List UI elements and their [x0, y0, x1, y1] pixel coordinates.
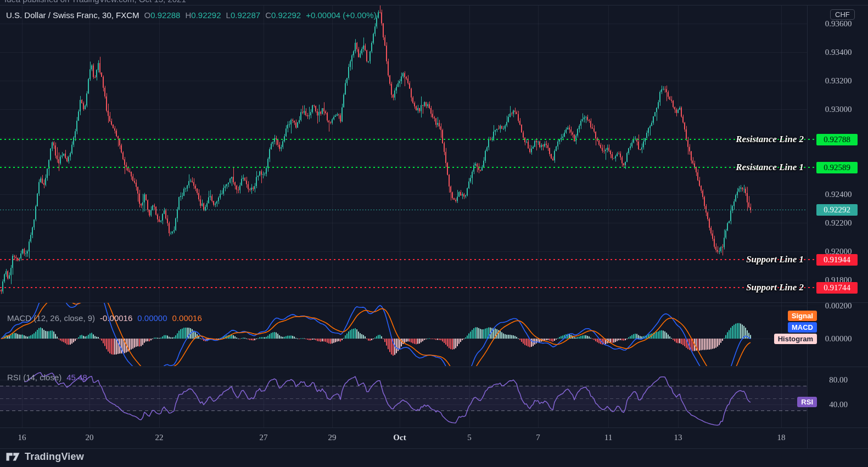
pane-divider-timeaxis	[0, 427, 868, 428]
support-line-1-price-badge: 0.91944	[816, 254, 858, 266]
publish-watermark: Idea published on TradingView.com, Oct 1…	[4, 0, 186, 4]
time-tick-13: 13	[663, 432, 693, 442]
macd-value-0: -0.00016	[100, 313, 132, 323]
support-line-2-price-badge: 0.91744	[816, 282, 858, 294]
last-price-badge: 0.92292	[816, 204, 858, 216]
macd-tick-0.00000: 0.00000	[822, 334, 855, 344]
tradingview-chart-window: Idea published on TradingView.com, Oct 1…	[0, 0, 868, 467]
resistance-line-2-price-badge: 0.92788	[816, 134, 858, 145]
ohlc-values: O0.92288H0.92292L0.92287C0.92292	[144, 10, 301, 20]
last-price-line[interactable]	[0, 210, 807, 210]
price-tick-0.93600: 0.93600	[822, 19, 855, 29]
time-tick-16: 16	[7, 432, 37, 442]
time-tick-11: 11	[593, 432, 624, 442]
time-tick-29: 29	[317, 432, 348, 442]
symbol-title[interactable]: U.S. Dollar / Swiss Franc, 30, FXCM	[6, 10, 139, 20]
macd-title: MACD (12, 26, close, 9)	[7, 313, 95, 323]
chart-top-border	[0, 5, 868, 5]
support-line-1-line[interactable]	[0, 259, 816, 260]
macd-tick-0.00200: 0.00200	[822, 303, 855, 311]
price-tick-0.93000: 0.93000	[822, 104, 855, 114]
price-tick-0.92200: 0.92200	[822, 218, 855, 228]
ohlc-field-l: L0.92287	[226, 10, 261, 20]
tradingview-attribution[interactable]: TradingView	[5, 450, 84, 463]
time-tick-22: 22	[144, 432, 175, 442]
currency-badge[interactable]: CHF	[830, 9, 855, 20]
price-tick-0.93400: 0.93400	[822, 47, 855, 57]
bottom-bar-border	[0, 448, 868, 449]
resistance-line-1-line[interactable]	[0, 167, 816, 168]
time-tick-5: 5	[454, 432, 485, 442]
macd-value-1: 0.00000	[137, 313, 167, 323]
resistance-line-2-label[interactable]: Resistance Line 2	[736, 133, 804, 145]
macd-value-2: 0.00016	[172, 313, 202, 323]
rsi-tick-80.00: 80.00	[822, 375, 855, 385]
time-tick-oct: Oct	[384, 432, 415, 442]
chart-canvas[interactable]	[0, 0, 868, 467]
tradingview-logo-icon	[5, 450, 20, 463]
time-tick-18: 18	[766, 432, 797, 442]
support-line-2-line[interactable]	[0, 287, 816, 288]
price-tick-0.93200: 0.93200	[822, 76, 855, 86]
legend-badge-macd: MACD	[788, 322, 817, 333]
resistance-line-1-price-badge: 0.92589	[816, 162, 858, 173]
legend-badge-rsi: RSI	[797, 397, 817, 407]
ohlc-field-o: O0.92288	[144, 10, 181, 20]
time-tick-7: 7	[523, 432, 553, 442]
ohlc-field-c: C0.92292	[265, 10, 301, 20]
time-tick-20: 20	[74, 432, 105, 442]
ohlc-field-h: H0.92292	[185, 10, 221, 20]
symbol-header: U.S. Dollar / Swiss Franc, 30, FXCM O0.9…	[6, 10, 377, 20]
resistance-line-1-label[interactable]: Resistance Line 1	[736, 161, 804, 173]
price-tick-0.92400: 0.92400	[822, 189, 855, 199]
rsi-tick-40.00: 40.00	[822, 400, 855, 409]
support-line-2-label[interactable]: Support Line 2	[746, 282, 804, 294]
resistance-line-2-line[interactable]	[0, 139, 816, 140]
support-line-1-label[interactable]: Support Line 1	[746, 254, 804, 266]
pane-divider-macd[interactable]	[0, 302, 868, 303]
macd-values: -0.000160.000000.00016	[100, 313, 202, 323]
tradingview-logo-text: TradingView	[25, 451, 84, 463]
macd-header[interactable]: MACD (12, 26, close, 9) -0.000160.000000…	[7, 313, 202, 323]
pane-divider-rsi[interactable]	[0, 367, 868, 367]
legend-badge-signal: Signal	[788, 311, 817, 321]
rsi-title: RSI (14, close)	[7, 373, 61, 382]
legend-badge-histogram: Histogram	[774, 334, 817, 344]
time-tick-27: 27	[248, 432, 279, 442]
rsi-header[interactable]: RSI (14, close) 45.48	[7, 373, 87, 382]
change-value: +0.00004 (+0.00%)	[306, 10, 376, 20]
rsi-value: 45.48	[66, 373, 87, 382]
